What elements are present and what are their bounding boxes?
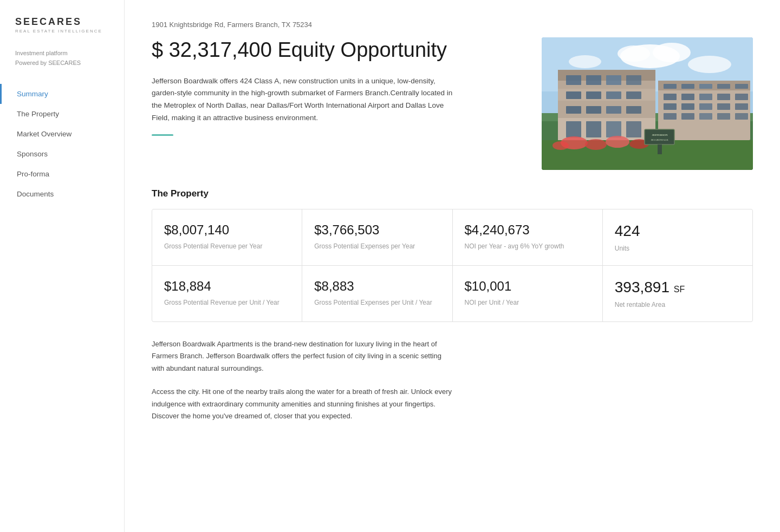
- main-content: 1901 Knightsbridge Rd, Farmers Branch, T…: [125, 0, 780, 532]
- svg-rect-39: [699, 94, 712, 100]
- svg-rect-44: [699, 103, 712, 110]
- stat-value-units: 424: [615, 222, 740, 240]
- stat-value-revenue: $8,007,140: [164, 222, 290, 238]
- svg-rect-42: [664, 103, 677, 110]
- svg-rect-50: [717, 113, 730, 120]
- stat-value-revenue-unit: $18,884: [164, 279, 290, 294]
- svg-point-6: [569, 55, 601, 68]
- stat-label-units: Units: [615, 244, 740, 253]
- svg-rect-51: [735, 113, 748, 120]
- svg-rect-28: [606, 121, 621, 137]
- stat-cell-sf: 393,891 SF Net rentable Area: [603, 266, 752, 321]
- svg-rect-47: [664, 113, 677, 120]
- sidebar: SEECARES REAL ESTATE INTELLIGENCE Invest…: [0, 0, 125, 532]
- svg-rect-32: [664, 84, 677, 89]
- stat-label-revenue-unit: Gross Potential Revenue per Unit / Year: [164, 298, 290, 307]
- svg-text:BOARDWALK: BOARDWALK: [651, 139, 668, 141]
- stat-label-noi-unit: NOI per Unit / Year: [465, 298, 590, 307]
- sidebar-tagline: Investment platform Powered by SEECARES: [0, 43, 124, 84]
- svg-rect-41: [735, 94, 748, 100]
- stat-value-expenses: $3,766,503: [314, 222, 440, 238]
- svg-rect-27: [586, 121, 601, 137]
- svg-rect-23: [606, 106, 621, 114]
- stat-label-noi: NOI per Year - avg 6% YoY growth: [465, 242, 590, 251]
- stat-cell-units: 424 Units: [603, 209, 752, 265]
- svg-rect-24: [626, 106, 641, 114]
- svg-rect-16: [566, 91, 581, 99]
- stat-label-revenue: Gross Potential Revenue per Year: [164, 242, 290, 251]
- svg-rect-11: [566, 75, 581, 85]
- stat-cell-revenue-unit: $18,884 Gross Potential Revenue per Unit…: [152, 266, 302, 321]
- svg-rect-40: [717, 94, 730, 100]
- svg-point-5: [688, 56, 731, 73]
- svg-point-57: [552, 141, 569, 150]
- svg-point-4: [618, 45, 650, 62]
- sidebar-item-documents[interactable]: Documents: [0, 184, 124, 204]
- svg-rect-13: [606, 75, 621, 85]
- sidebar-nav: Summary The Property Market Overview Spo…: [0, 84, 124, 204]
- svg-rect-62: [658, 145, 662, 154]
- svg-rect-12: [586, 75, 601, 85]
- svg-rect-17: [586, 91, 601, 99]
- svg-rect-43: [681, 103, 694, 110]
- svg-point-54: [585, 139, 607, 150]
- hero-divider: [152, 134, 173, 136]
- sidebar-item-market[interactable]: Market Overview: [0, 124, 124, 144]
- stat-value-noi-unit: $10,001: [465, 279, 590, 294]
- hero-description: Jefferson Boardwalk offers 424 Class A, …: [152, 75, 455, 125]
- hero-section: $ 32,317,400 Equity Opportunity Jefferso…: [152, 37, 753, 170]
- sidebar-item-property[interactable]: The Property: [0, 104, 124, 124]
- svg-rect-29: [626, 121, 641, 137]
- sidebar-item-sponsors[interactable]: Sponsors: [0, 144, 124, 164]
- svg-rect-48: [681, 113, 694, 120]
- svg-rect-19: [626, 91, 641, 99]
- logo-sub: REAL ESTATE INTELLIGENCE: [15, 29, 109, 34]
- stat-cell-expenses-unit: $8,883 Gross Potential Expenses per Unit…: [302, 266, 452, 321]
- stat-label-sf: Net rentable Area: [615, 300, 740, 310]
- svg-rect-46: [735, 103, 748, 110]
- property-address: 1901 Knightsbridge Rd, Farmers Branch, T…: [152, 21, 753, 29]
- svg-rect-26: [566, 121, 581, 137]
- property-section-title: The Property: [152, 188, 753, 199]
- svg-rect-22: [586, 106, 601, 114]
- hero-title: $ 32,317,400 Equity Opportunity: [152, 37, 520, 63]
- svg-point-3: [653, 43, 691, 62]
- svg-rect-58: [645, 129, 674, 145]
- stat-label-expenses: Gross Potential Expenses per Year: [314, 242, 440, 251]
- stats-grid: $8,007,140 Gross Potential Revenue per Y…: [152, 209, 753, 322]
- logo-area: SEECARES REAL ESTATE INTELLIGENCE: [0, 16, 124, 43]
- stat-value-noi: $4,240,673: [465, 222, 590, 238]
- svg-rect-49: [699, 113, 712, 120]
- svg-point-55: [606, 136, 629, 148]
- stat-cell-noi: $4,240,673 NOI per Year - avg 6% YoY gro…: [453, 209, 602, 265]
- stat-cell-revenue: $8,007,140 Gross Potential Revenue per Y…: [152, 209, 302, 265]
- stat-label-expenses-unit: Gross Potential Expenses per Unit / Year: [314, 298, 440, 307]
- stat-value-expenses-unit: $8,883: [314, 279, 440, 294]
- logo-text: SEECARES: [15, 16, 109, 28]
- property-desc-2: Access the city. Hit one of the nearby t…: [152, 386, 455, 423]
- svg-rect-18: [606, 91, 621, 99]
- svg-rect-34: [699, 84, 712, 89]
- svg-rect-14: [626, 75, 641, 85]
- sidebar-item-summary[interactable]: Summary: [0, 84, 124, 104]
- hero-left: $ 32,317,400 Equity Opportunity Jefferso…: [152, 37, 520, 136]
- property-image: JEFFERSON BOARDWALK: [542, 37, 753, 170]
- property-section: The Property $8,007,140 Gross Potential …: [152, 188, 753, 423]
- stat-cell-noi-unit: $10,001 NOI per Unit / Year: [453, 266, 602, 321]
- svg-rect-21: [566, 106, 581, 114]
- stat-value-sf: 393,891 SF: [615, 279, 740, 296]
- sidebar-item-proforma[interactable]: Pro-forma: [0, 164, 124, 184]
- svg-rect-37: [664, 94, 677, 100]
- svg-rect-45: [717, 103, 730, 110]
- svg-rect-33: [681, 84, 694, 89]
- property-desc-1: Jefferson Boardwalk Apartments is the br…: [152, 338, 455, 375]
- svg-rect-36: [735, 84, 748, 89]
- svg-text:JEFFERSON: JEFFERSON: [652, 134, 668, 136]
- stat-cell-expenses: $3,766,503 Gross Potential Expenses per …: [302, 209, 452, 265]
- svg-rect-38: [681, 94, 694, 100]
- svg-rect-35: [717, 84, 730, 89]
